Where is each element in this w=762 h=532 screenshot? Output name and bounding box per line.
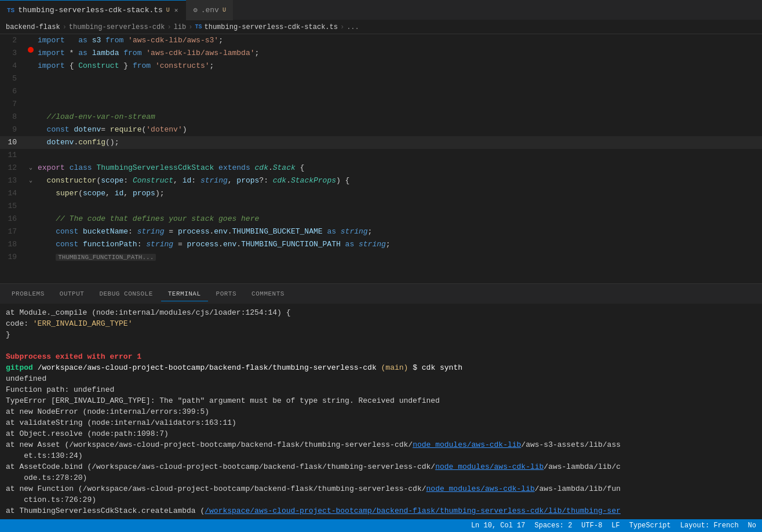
breadcrumb-ts-badge: TS: [195, 24, 202, 30]
line-content-8: //load-env-var-on-stream: [35, 111, 762, 123]
breadcrumb-lib[interactable]: lib: [174, 23, 187, 31]
code-line-6: 6: [0, 85, 762, 98]
breadcrumb: backend-flask › thumbing-serverless-cdk …: [0, 20, 762, 34]
terminal-line-blank: [6, 340, 756, 351]
code-line-19: 19 THUMBING_FUNCTION_PATH...: [0, 251, 762, 264]
code-line-12: 12 ⌄ export class ThumbingServerlessCdkS…: [0, 162, 762, 174]
gutter-13: ⌄: [26, 174, 35, 187]
terminal-prompt: gitpod /workspace/aws-cloud-project-boot…: [6, 362, 756, 373]
breadcrumb-dots: ...: [347, 23, 359, 31]
line-content-12: export class ThumbingServerlessCdkStack …: [35, 162, 762, 174]
gear-icon: ⚙: [193, 6, 197, 14]
code-line-17: 17 const bucketName: string = process.en…: [0, 225, 762, 238]
terminal-line-1: at Module._compile (node:internal/module…: [6, 307, 756, 318]
breadcrumb-backend[interactable]: backend-flask: [6, 23, 60, 31]
code-line-2: 2 import as s3 from 'aws-cdk-lib/aws-s3'…: [0, 34, 762, 47]
fold-13[interactable]: ⌄: [29, 174, 32, 187]
tab-debug-console[interactable]: DEBUG CONSOLE: [92, 287, 159, 301]
panel-tabs: PROBLEMS OUTPUT DEBUG CONSOLE TERMINAL P…: [0, 283, 762, 304]
gutter-3: [26, 47, 35, 53]
line-num-17: 17: [0, 225, 26, 238]
line-num-5: 5: [0, 72, 26, 85]
line-num-10: 10: [0, 136, 26, 149]
code-line-10: 10 dotenv.config();: [0, 136, 762, 149]
code-lines: 2 import as s3 from 'aws-cdk-lib/aws-s3'…: [0, 34, 762, 264]
line-num-2: 2: [0, 34, 26, 47]
line-content-14: super(scope, id, props);: [35, 187, 762, 200]
terminal-at-4: at new Asset (/workspace/aws-cloud-proje…: [6, 439, 756, 461]
ts-icon: TS: [7, 7, 14, 14]
line-num-19: 19: [0, 251, 26, 264]
line-num-15: 15: [0, 200, 26, 213]
terminal-at-6: at new Function (/workspace/aws-cloud-pr…: [6, 483, 756, 505]
sep1: ›: [63, 23, 67, 31]
status-spaces[interactable]: Spaces: 2: [535, 522, 573, 530]
terminal-typeerror: TypeError [ERR_INVALID_ARG_TYPE]: The "p…: [6, 395, 756, 406]
fold-12[interactable]: ⌄: [29, 162, 32, 174]
status-encoding[interactable]: UTF-8: [581, 522, 602, 530]
tab-env-dirty: U: [223, 7, 226, 13]
line-num-7: 7: [0, 98, 26, 111]
code-line-14: 14 super(scope, id, props);: [0, 187, 762, 200]
line-content-16: // The code that defines your stack goes…: [35, 213, 762, 225]
tab-terminal[interactable]: TERMINAL: [161, 287, 208, 301]
code-line-16: 16 // The code that defines your stack g…: [0, 213, 762, 225]
line-num-16: 16: [0, 213, 26, 225]
line-num-9: 9: [0, 123, 26, 136]
sep3: ›: [188, 23, 192, 31]
line-content-13: constructor(scope: Construct, id: string…: [35, 174, 762, 187]
line-num-12: 12: [0, 162, 26, 174]
tab-ts-file[interactable]: TS thumbing-serverless-cdk-stack.ts U ✕: [0, 0, 186, 20]
tab-bar: TS thumbing-serverless-cdk-stack.ts U ✕ …: [0, 0, 762, 20]
line-content-3: import * as lambda from 'aws-cdk-lib/aws…: [35, 47, 762, 60]
code-editor[interactable]: 2 import as s3 from 'aws-cdk-lib/aws-s3'…: [0, 34, 762, 283]
line-content-9: const dotenv= require('dotenv'): [35, 123, 762, 136]
tab-output[interactable]: OUTPUT: [53, 287, 92, 301]
status-language[interactable]: TypeScript: [629, 522, 671, 530]
code-line-5: 5: [0, 72, 762, 85]
terminal-at-3: at Object.resolve (node:path:1098:7): [6, 428, 756, 439]
status-no: No: [748, 522, 756, 530]
status-eol[interactable]: LF: [611, 522, 619, 530]
code-line-4: 4 import { Construct } from 'constructs'…: [0, 60, 762, 72]
tab-ts-label: thumbing-serverless-cdk-stack.ts: [18, 6, 163, 14]
terminal-fn-path: Function path: undefined: [6, 384, 756, 395]
line-content-2: import as s3 from 'aws-cdk-lib/aws-s3';: [35, 34, 762, 47]
line-content-19: THUMBING_FUNCTION_PATH...: [35, 251, 762, 264]
line-num-13: 13: [0, 174, 26, 187]
status-layout[interactable]: Layout: French: [680, 522, 739, 530]
line-content-10: dotenv.config();: [35, 136, 762, 149]
terminal-output[interactable]: at Module._compile (node:internal/module…: [0, 304, 762, 519]
code-line-3: 3 import * as lambda from 'aws-cdk-lib/a…: [0, 47, 762, 60]
code-line-7: 7: [0, 98, 762, 111]
tab-problems[interactable]: PROBLEMS: [5, 287, 52, 301]
line-content-17: const bucketName: string = process.env.T…: [35, 225, 762, 238]
terminal-line-error: Subprocess exited with error 1: [6, 351, 756, 362]
line-content-18: const functionPath: string = process.env…: [35, 238, 762, 251]
status-bar: Ln 10, Col 17 Spaces: 2 UTF-8 LF TypeScr…: [0, 519, 762, 532]
code-line-8: 8 //load-env-var-on-stream: [0, 111, 762, 123]
line-num-4: 4: [0, 60, 26, 72]
breadcrumb-file[interactable]: thumbing-serverless-cdk-stack.ts: [205, 23, 338, 31]
gutter-12: ⌄: [26, 162, 35, 174]
line-num-8: 8: [0, 111, 26, 123]
line-content-4: import { Construct } from 'constructs';: [35, 60, 762, 72]
terminal-line-2: code: 'ERR_INVALID_ARG_TYPE': [6, 318, 756, 329]
terminal-undefined: undefined: [6, 373, 756, 384]
terminal-at-7: at ThumbingServerlessCdkStack.createLamb…: [6, 505, 756, 516]
tab-env-file[interactable]: ⚙ .env U: [186, 0, 232, 20]
code-line-18: 18 const functionPath: string = process.…: [0, 238, 762, 251]
terminal-at-1: at new NodeError (node:internal/errors:3…: [6, 406, 756, 417]
sep2: ›: [167, 23, 171, 31]
tab-ports[interactable]: PORTS: [209, 287, 244, 301]
line-num-3: 3: [0, 47, 26, 60]
breadcrumb-cdk[interactable]: thumbing-serverless-cdk: [69, 23, 165, 31]
status-position[interactable]: Ln 10, Col 17: [471, 522, 526, 530]
line-num-6: 6: [0, 85, 26, 98]
terminal-at-5: at AssetCode.bind (/workspace/aws-cloud-…: [6, 461, 756, 483]
code-line-11: 11: [0, 149, 762, 162]
tab-comments[interactable]: COMMENTS: [245, 287, 291, 301]
tab-ts-close[interactable]: ✕: [173, 5, 180, 15]
tab-env-label: .env: [201, 6, 219, 14]
breakpoint-3[interactable]: [28, 47, 34, 53]
